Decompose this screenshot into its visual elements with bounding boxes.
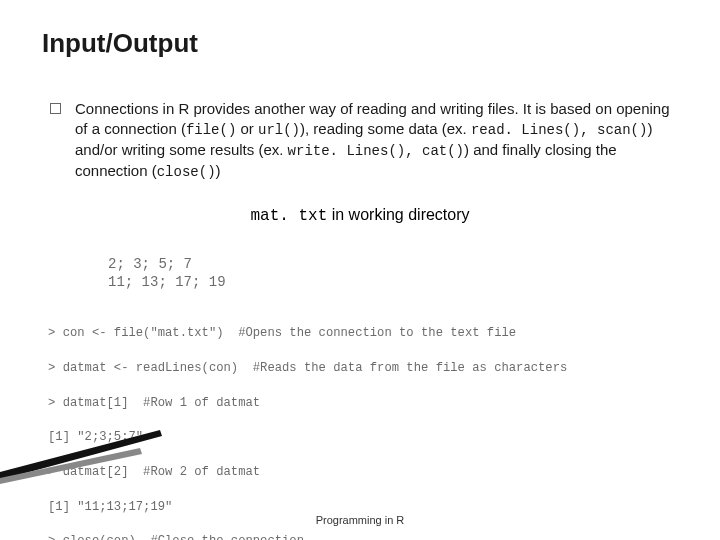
- code-write: write. Lines(), cat(): [288, 143, 464, 159]
- para-text-6: ): [216, 162, 221, 179]
- mat-line-1: 2; 3; 5; 7: [108, 256, 226, 274]
- body-paragraph: Connections in R provides another way of…: [75, 99, 678, 182]
- slide: Input/Output Connections in R provides a…: [0, 0, 720, 225]
- footer-text: Programming in R: [0, 514, 720, 526]
- code-file: file(): [186, 122, 236, 138]
- caption-filename: mat. txt: [250, 207, 327, 225]
- code-close: close(): [157, 164, 216, 180]
- bullet-item: Connections in R provides another way of…: [50, 99, 678, 182]
- code-read: read. Lines(), scan(): [471, 122, 647, 138]
- code-line-5: > datmat[2] #Row 2 of datmat: [48, 464, 567, 481]
- caption: mat. txt in working directory: [42, 206, 678, 225]
- code-line-1: > con <- file("mat.txt") #Opens the conn…: [48, 325, 567, 342]
- slide-title: Input/Output: [42, 28, 678, 59]
- mat-line-2: 11; 13; 17; 19: [108, 274, 226, 292]
- code-line-3: > datmat[1] #Row 1 of datmat: [48, 395, 567, 412]
- code-line-4: [1] "2;3;5;7": [48, 429, 567, 446]
- code-line-7: > close(con) #Close the connection: [48, 533, 567, 540]
- para-text-2: or: [236, 120, 258, 137]
- para-text-3: ), reading some data (ex.: [300, 120, 471, 137]
- r-console-code: > con <- file("mat.txt") #Opens the conn…: [48, 308, 567, 540]
- mat-file-contents: 2; 3; 5; 7 11; 13; 17; 19: [108, 256, 226, 291]
- code-line-2: > datmat <- readLines(con) #Reads the da…: [48, 360, 567, 377]
- bullet-icon: [50, 103, 61, 114]
- code-url: url(): [258, 122, 300, 138]
- caption-text: in working directory: [327, 206, 469, 223]
